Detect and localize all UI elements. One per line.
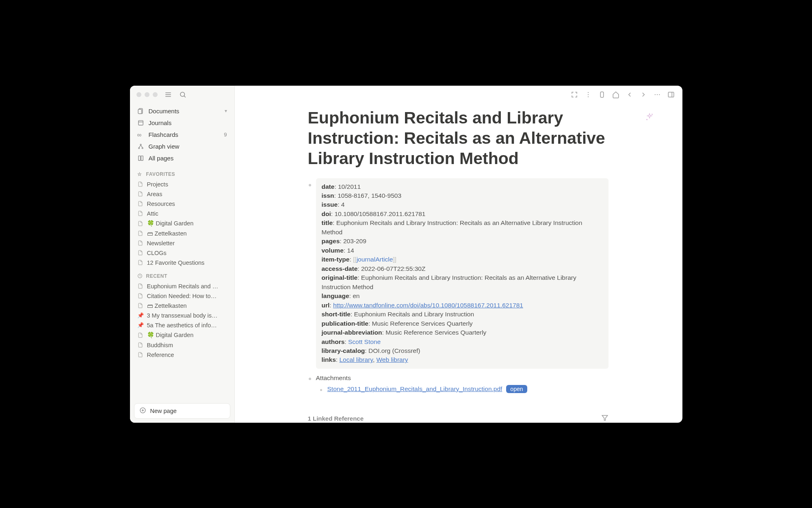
page-item-label: 5a The aesthetics of info…	[147, 322, 227, 329]
page-icon	[137, 240, 144, 246]
page-icon	[137, 332, 144, 338]
recent-item[interactable]: 🍀 Digital Garden	[130, 330, 234, 340]
recent-item[interactable]: Euphonium Recitals and …	[130, 281, 234, 291]
new-page-button[interactable]: New page	[134, 403, 230, 419]
recent-item[interactable]: Citation Needed: How to…	[130, 291, 234, 301]
page-icon	[137, 191, 144, 197]
meta-val-journalabbr: Music Reference Services Quarterly	[385, 329, 486, 336]
fullscreen-icon[interactable]	[570, 91, 578, 99]
svg-point-10	[142, 147, 143, 149]
page-icon	[137, 230, 144, 236]
favorite-item[interactable]: Attic	[130, 209, 234, 218]
web-library-link[interactable]: Web library	[377, 356, 408, 363]
content[interactable]: Euphonium Recitals and Library Instructi…	[235, 104, 682, 423]
meta-key-accessdate: access-date	[322, 265, 358, 272]
pin-icon: 📌	[137, 322, 144, 328]
page-icon	[137, 342, 144, 348]
more-horizontal-icon[interactable]	[653, 91, 661, 99]
page-item-label: Projects	[147, 181, 227, 188]
meta-val-issue: 4	[341, 201, 345, 208]
meta-val-pages: 203-209	[343, 238, 366, 244]
page-icon	[137, 283, 144, 289]
meta-val-issn: 1058-8167, 1540-9503	[338, 192, 401, 199]
sidebar-scroll[interactable]: Documents ▾ Journals ∞ Flashcards 9 Grap…	[130, 104, 234, 399]
nav-flashcards[interactable]: ∞ Flashcards 9	[133, 129, 231, 141]
chevron-down-icon: ▾	[225, 108, 227, 114]
favorite-item[interactable]: Areas	[130, 189, 234, 199]
meta-key-lang: language	[322, 292, 349, 299]
author-link[interactable]: Scott Stone	[348, 338, 381, 345]
traffic-lights	[136, 92, 158, 97]
more-vertical-icon[interactable]	[584, 91, 592, 99]
maximize-window-button[interactable]	[153, 92, 158, 97]
metadata-block[interactable]: date: 10/2011 issn: 1058-8167, 1540-9503…	[316, 178, 608, 369]
ai-sparkle-icon[interactable]	[645, 112, 654, 123]
home-icon[interactable]	[612, 91, 620, 99]
page-item-label: 🍀 Digital Garden	[147, 332, 227, 339]
favorite-item[interactable]: 12 Favorite Questions	[130, 258, 234, 268]
recent-item[interactable]: Buddhism	[130, 340, 234, 350]
app-window: Documents ▾ Journals ∞ Flashcards 9 Grap…	[130, 86, 682, 423]
favorite-item[interactable]: 🍀 Digital Garden	[130, 218, 234, 229]
linked-references[interactable]: 1 Linked Reference	[308, 409, 608, 423]
svg-point-22	[587, 96, 588, 97]
recent-item[interactable]: 📌5a The aesthetics of info…	[130, 320, 234, 330]
nav-documents[interactable]: Documents ▾	[133, 105, 231, 117]
page-item-label: Resources	[147, 201, 227, 207]
meta-val-volume: 14	[347, 247, 354, 254]
svg-rect-23	[600, 92, 604, 97]
meta-val-title: Euphonium Recitals and Library Instructi…	[322, 219, 582, 235]
clock-icon	[137, 273, 143, 279]
svg-point-24	[654, 94, 655, 95]
favorites-header-label: FAVORITES	[146, 171, 175, 177]
item-type-link[interactable]: journalArticle	[357, 256, 393, 263]
svg-marker-31	[602, 415, 608, 420]
svg-point-25	[656, 94, 657, 95]
attachment-item: Stone_2011_Euphonium_Recitals_and_Librar…	[327, 385, 608, 393]
url-link[interactable]: http://www.tandfonline.com/doi/abs/10.10…	[333, 302, 523, 309]
attachments-section[interactable]: Attachments Stone_2011_Euphonium_Recital…	[316, 374, 608, 393]
minimize-window-button[interactable]	[145, 92, 149, 97]
svg-line-12	[139, 145, 141, 147]
meta-key-shorttitle: short-title	[322, 311, 351, 318]
page-icon	[137, 210, 144, 216]
svg-rect-15	[141, 156, 143, 160]
nav-journals[interactable]: Journals	[133, 117, 231, 129]
favorite-item[interactable]: Projects	[130, 179, 234, 189]
svg-rect-6	[138, 109, 142, 114]
allpages-icon	[137, 155, 145, 162]
nav-allpages[interactable]: All pages	[133, 152, 231, 164]
meta-key-title: title	[322, 219, 333, 226]
favorite-item[interactable]: CLOGs	[130, 248, 234, 258]
toolbar	[235, 86, 682, 104]
back-icon[interactable]	[626, 91, 634, 99]
page-title[interactable]: Euphonium Recitals and Library Instructi…	[308, 108, 608, 169]
right-panel-icon[interactable]	[667, 91, 675, 99]
page-item-label: 🗃 Zettelkasten	[147, 230, 227, 237]
attachment-file-link[interactable]: Stone_2011_Euphonium_Recitals_and_Librar…	[327, 385, 502, 393]
meta-val-date: 10/2011	[338, 183, 361, 190]
favorite-item[interactable]: Resources	[130, 199, 234, 209]
recent-item[interactable]: Reference	[130, 350, 234, 360]
svg-point-26	[659, 94, 660, 95]
nav-graph[interactable]: Graph view	[133, 141, 231, 152]
recent-item[interactable]: 📌3 My transsexual body is…	[130, 311, 234, 320]
svg-rect-14	[138, 156, 140, 160]
recent-item[interactable]: 🗃 Zettelkasten	[130, 301, 234, 311]
open-button[interactable]: open	[506, 385, 527, 393]
favorite-item[interactable]: Newsletter	[130, 238, 234, 248]
main: Euphonium Recitals and Library Instructi…	[235, 86, 682, 423]
filter-icon[interactable]	[601, 414, 608, 423]
plugin-icon[interactable]	[598, 91, 606, 99]
meta-key-date: date	[322, 183, 335, 190]
forward-icon[interactable]	[639, 91, 647, 99]
meta-key-issn: issn	[322, 192, 334, 199]
search-icon[interactable]	[179, 91, 187, 99]
nav-label: Documents	[149, 108, 219, 115]
local-library-link[interactable]: Local library	[339, 356, 372, 363]
page-item-label: Newsletter	[147, 240, 227, 246]
page-item-label: Buddhism	[147, 342, 227, 348]
favorite-item[interactable]: 🗃 Zettelkasten	[130, 229, 234, 238]
close-window-button[interactable]	[136, 92, 141, 97]
menu-icon[interactable]	[164, 91, 172, 99]
